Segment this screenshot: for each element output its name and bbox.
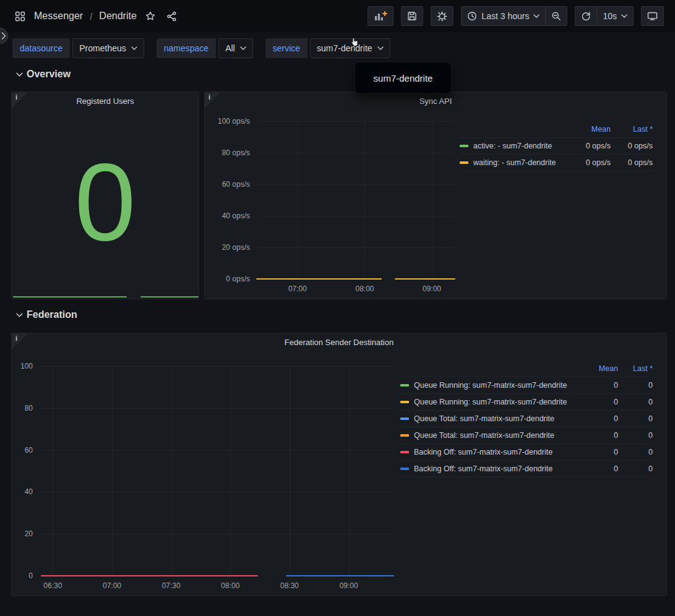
legend-series-label[interactable]: Queue Total: sum7-matrix-sum7-dendrite bbox=[414, 414, 583, 423]
sparkline-segment bbox=[13, 296, 127, 297]
legend-last-value: 0 ops/s bbox=[611, 158, 653, 167]
x-axis-tick-label: 08:00 bbox=[212, 581, 249, 591]
legend-row: Backing Off: sum7-matrix-sum7-dendrite00 bbox=[400, 461, 653, 477]
x-axis-tick-label: 07:00 bbox=[279, 284, 316, 294]
legend-last-value: 0 bbox=[618, 431, 653, 440]
refresh-dashboard-button[interactable] bbox=[575, 6, 596, 26]
gridline-horizontal bbox=[256, 247, 455, 248]
gridline-vertical bbox=[298, 121, 298, 279]
legend-header-row: MeanLast * bbox=[400, 361, 653, 377]
section-header-federation[interactable]: Federation bbox=[16, 309, 77, 320]
chart-legend: MeanLast *Queue Running: sum7-matrix-sum… bbox=[400, 361, 653, 477]
legend-series-label[interactable]: active: - sum7-dendrite bbox=[473, 142, 569, 150]
y-axis-tick-label: 60 bbox=[0, 445, 33, 455]
legend-row: Queue Running: sum7-matrix-sum7-dendrite… bbox=[400, 394, 653, 411]
panel-title[interactable]: Registerd Users bbox=[12, 96, 199, 106]
legend-series-swatch[interactable] bbox=[400, 468, 409, 470]
legend-mean-value: 0 bbox=[583, 398, 618, 406]
gridline-horizontal bbox=[256, 216, 455, 216]
dashboard-settings-button[interactable] bbox=[431, 6, 454, 26]
y-axis-tick-label: 100 bbox=[0, 361, 33, 371]
magnifier-minus-icon bbox=[551, 11, 561, 21]
top-navigation-bar: Messenger / Dendrite bbox=[0, 0, 675, 32]
grafana-dashboard-page: { "header": { "title_app": "Messenger", … bbox=[0, 0, 675, 616]
legend-last-header[interactable]: Last * bbox=[611, 125, 653, 134]
time-range-picker[interactable]: Last 3 hours bbox=[461, 6, 545, 26]
legend-last-value: 0 ops/s bbox=[611, 142, 653, 150]
clock-icon bbox=[467, 11, 477, 21]
save-dashboard-button[interactable] bbox=[401, 6, 423, 26]
legend-series-label[interactable]: Queue Running: sum7-matrix-sum7-dendrite bbox=[414, 398, 583, 406]
legend-mean-value: 0 bbox=[583, 431, 618, 440]
star-icon[interactable] bbox=[143, 9, 158, 24]
legend-mean-value: 0 bbox=[583, 414, 618, 423]
y-axis-tick-label: 0 bbox=[0, 571, 33, 581]
apps-grid-icon[interactable] bbox=[12, 9, 28, 24]
y-axis-tick-label: 80 ops/s bbox=[205, 148, 250, 158]
variable-picker-datasource[interactable]: Prometheus bbox=[72, 38, 144, 58]
panel-sync-api: i Sync API MeanLast *active: - sum7-dend… bbox=[204, 92, 667, 299]
legend-mean-value: 0 bbox=[583, 381, 618, 390]
gridline-vertical bbox=[53, 366, 53, 576]
section-header-overview[interactable]: Overview bbox=[16, 69, 71, 80]
variable-picker-service[interactable]: sum7-dendrite bbox=[310, 38, 390, 58]
legend-series-swatch[interactable] bbox=[400, 384, 409, 387]
panel-title[interactable]: Federation Sender Destination bbox=[12, 338, 666, 347]
y-axis-tick-label: 100 ops/s bbox=[205, 116, 250, 126]
variable-label-namespace: namespace bbox=[157, 38, 216, 58]
y-axis-tick-label: 20 bbox=[0, 529, 33, 539]
chart-plot-area[interactable] bbox=[256, 121, 455, 279]
x-axis-tick-label: 07:30 bbox=[153, 581, 190, 591]
legend-series-label[interactable]: Backing Off: sum7-matrix-sum7-dendrite bbox=[414, 464, 583, 473]
breadcrumb-separator: / bbox=[89, 11, 93, 22]
legend-series-label[interactable]: Queue Total: sum7-matrix-sum7-dendrite bbox=[414, 431, 583, 440]
chevron-down-icon bbox=[377, 46, 384, 50]
series-line bbox=[395, 278, 455, 280]
chart-plot-area[interactable] bbox=[39, 366, 394, 576]
legend-series-label[interactable]: Queue Running: sum7-matrix-sum7-dendrite bbox=[414, 381, 583, 390]
panel-title[interactable]: Sync API bbox=[205, 96, 666, 106]
refresh-icon bbox=[581, 11, 591, 21]
sparkline-segment bbox=[140, 296, 199, 297]
chevron-down-icon bbox=[621, 14, 627, 18]
breadcrumb-dashboard-title[interactable]: Messenger bbox=[34, 11, 83, 22]
x-axis-tick-label: 08:30 bbox=[271, 581, 308, 591]
legend-last-header[interactable]: Last * bbox=[618, 364, 653, 373]
template-variables-row: datasource Prometheus namespace All serv… bbox=[12, 38, 403, 58]
legend-series-swatch[interactable] bbox=[400, 451, 409, 453]
gridline-horizontal bbox=[39, 492, 394, 492]
series-line bbox=[41, 575, 258, 576]
gridline-horizontal bbox=[256, 153, 455, 153]
y-axis-tick-label: 20 ops/s bbox=[205, 242, 250, 252]
gridline-horizontal bbox=[39, 450, 394, 451]
panel-registered-users: i Registerd Users 0 bbox=[11, 92, 199, 299]
refresh-interval-picker[interactable]: 10s bbox=[596, 6, 634, 26]
cycle-view-mode-button[interactable] bbox=[641, 6, 664, 26]
legend-last-value: 0 bbox=[618, 398, 653, 406]
share-icon[interactable] bbox=[164, 9, 179, 24]
legend-series-label[interactable]: waiting: - sum7-dendrite bbox=[473, 158, 569, 167]
variable-picker-namespace[interactable]: All bbox=[218, 38, 253, 58]
legend-series-swatch[interactable] bbox=[460, 161, 468, 164]
y-axis-tick-label: 0 ops/s bbox=[205, 274, 250, 284]
legend-mean-header[interactable]: Mean bbox=[583, 364, 618, 373]
add-panel-button[interactable] bbox=[368, 6, 393, 26]
legend-mean-header[interactable]: Mean bbox=[569, 125, 611, 134]
legend-series-swatch[interactable] bbox=[400, 417, 409, 420]
x-axis-tick-label: 09:00 bbox=[330, 581, 368, 591]
legend-series-swatch[interactable] bbox=[460, 145, 468, 147]
legend-last-value: 0 bbox=[618, 414, 653, 423]
gridline-vertical bbox=[171, 366, 172, 576]
zoom-out-time-button[interactable] bbox=[545, 6, 567, 26]
legend-series-swatch[interactable] bbox=[400, 401, 409, 403]
chevron-right-icon bbox=[1, 32, 6, 40]
y-axis-tick-label: 60 ops/s bbox=[205, 179, 250, 189]
x-axis-tick-label: 06:30 bbox=[34, 581, 71, 591]
legend-mean-value: 0 ops/s bbox=[569, 158, 611, 167]
legend-last-value: 0 bbox=[618, 381, 653, 390]
gridline-horizontal bbox=[256, 121, 455, 122]
y-axis-tick-label: 80 bbox=[0, 403, 33, 413]
legend-series-label[interactable]: Backing Off: sum7-matrix-sum7-dendrite bbox=[414, 448, 583, 456]
legend-series-swatch[interactable] bbox=[400, 434, 409, 437]
gridline-vertical bbox=[432, 121, 432, 279]
